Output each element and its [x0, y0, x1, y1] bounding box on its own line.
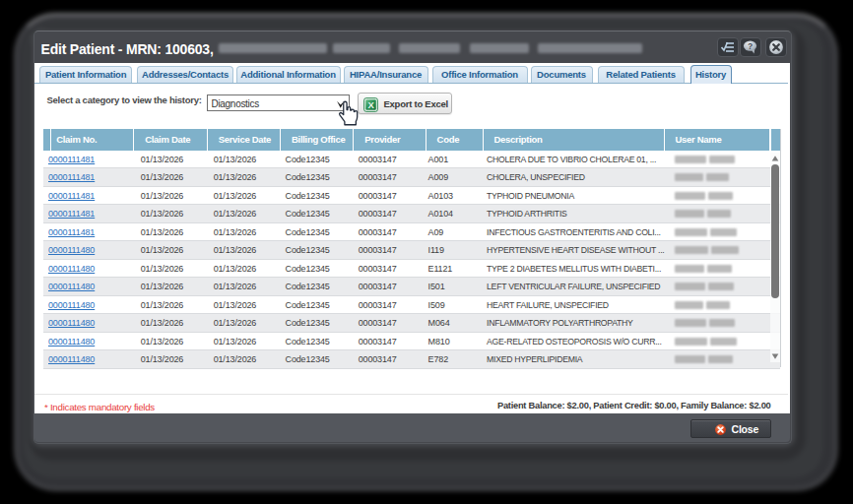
svg-text:X: X: [367, 99, 374, 110]
svg-text:?: ?: [748, 41, 753, 51]
